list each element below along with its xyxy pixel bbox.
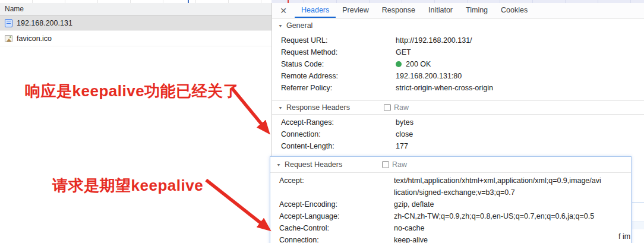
request-headers-overlay: ▼ Request Headers Raw Accept: text/html,… — [270, 156, 632, 243]
header-field-row: Accept-Language: zh-CN,zh-TW;q=0.9,zh;q=… — [270, 210, 631, 222]
field-name: Request URL: — [272, 34, 396, 46]
field-name: Accept-Encoding: — [270, 198, 394, 210]
annotation-request-expects-keepalive: 请求是期望keepalive — [52, 175, 203, 196]
disclosure-triangle-icon: ▼ — [276, 162, 281, 167]
header-field-row: Connection: close — [272, 128, 644, 140]
raw-toggle: Raw — [384, 103, 409, 112]
field-value: gzip, deflate — [394, 198, 631, 210]
header-field-row: Accept: text/html,application/xhtml+xml,… — [270, 175, 631, 198]
field-value: text/html,application/xhtml+xml,applicat… — [394, 175, 631, 198]
status-code-text: 200 OK — [406, 60, 431, 68]
field-value-line: lication/signed-exchange;v=b3;q=0.7 — [394, 187, 631, 198]
field-name: Accept: — [270, 175, 394, 198]
header-field-row: Content-Length: 177 — [272, 140, 644, 152]
raw-checkbox[interactable] — [384, 104, 391, 111]
request-name: favicon.ico — [17, 34, 52, 43]
raw-label: Raw — [392, 160, 407, 169]
header-field-row: Remote Address: 192.168.200.131:80 — [272, 70, 644, 82]
field-value: close — [396, 128, 644, 140]
field-name: Connection: — [272, 128, 396, 140]
header-field-row: Connection: keep-alive — [270, 234, 631, 243]
clipped-text-fragment: f im — [618, 232, 630, 241]
tab-headers[interactable]: Headers — [295, 3, 336, 18]
field-name: Request Method: — [272, 46, 396, 58]
field-value: no-cache — [394, 222, 631, 234]
field-name: Status Code: — [272, 58, 396, 70]
field-value: zh-CN,zh-TW;q=0.9,zh;q=0.8,en-US;q=0.7,e… — [394, 210, 631, 222]
general-fields: Request URL: http://192.168.200.131/ Req… — [272, 33, 644, 94]
field-value: keep-alive — [394, 234, 631, 243]
tab-response[interactable]: Response — [375, 3, 422, 18]
section-title: Response Headers — [286, 103, 350, 112]
field-value-line: text/html,application/xhtml+xml,applicat… — [394, 175, 631, 187]
disclosure-triangle-icon: ▼ — [278, 23, 283, 28]
request-header-fields: Accept: text/html,application/xhtml+xml,… — [270, 173, 631, 243]
section-header-request-headers[interactable]: ▼ Request Headers Raw — [270, 157, 631, 173]
request-row[interactable]: favicon.ico — [0, 31, 272, 46]
header-field-row: Request Method: GET — [272, 46, 644, 58]
status-ok-dot-icon — [396, 61, 402, 67]
header-field-row: Status Code: 200 OK — [272, 58, 644, 70]
tab-preview[interactable]: Preview — [336, 3, 375, 18]
annotation-response-keepalive-off: 响应是keepalive功能已经关了 — [25, 81, 239, 102]
close-icon[interactable]: ✕ — [272, 3, 295, 18]
field-name: Remote Address: — [272, 70, 396, 82]
field-value: 200 OK — [396, 58, 644, 70]
column-header-name[interactable]: Name — [0, 3, 272, 15]
tab-initiator[interactable]: Initiator — [422, 3, 459, 18]
raw-checkbox[interactable] — [382, 161, 389, 168]
section-title: General — [286, 21, 312, 30]
details-tabbar: ✕ Headers Preview Response Initiator Tim… — [272, 3, 644, 18]
requests-list-panel: Name 192.168.200.131 favicon.ico — [0, 3, 272, 243]
field-name: Connection: — [270, 234, 394, 243]
field-value: 192.168.200.131:80 — [396, 70, 644, 82]
response-header-fields: Accept-Ranges: bytes Connection: close C… — [272, 115, 644, 152]
background-pane-band — [632, 222, 644, 229]
field-name: Cache-Control: — [270, 222, 394, 234]
raw-label: Raw — [394, 103, 409, 112]
field-name: Referrer Policy: — [272, 82, 396, 94]
field-name: Accept-Language: — [270, 210, 394, 222]
document-icon — [5, 19, 12, 27]
image-icon — [5, 35, 12, 42]
section-header-general[interactable]: ▼ General — [272, 18, 644, 33]
section-header-response-headers[interactable]: ▼ Response Headers Raw — [272, 100, 644, 115]
field-value: GET — [396, 46, 644, 58]
request-name: 192.168.200.131 — [17, 19, 72, 27]
header-field-row: Accept-Ranges: bytes — [272, 116, 644, 128]
raw-toggle: Raw — [382, 160, 407, 169]
field-value: http://192.168.200.131/ — [396, 34, 644, 46]
field-name: Accept-Ranges: — [272, 116, 396, 128]
field-name: Content-Length: — [272, 140, 396, 152]
request-row[interactable]: 192.168.200.131 — [0, 15, 272, 31]
field-value: bytes — [396, 116, 644, 128]
field-value: 177 — [396, 140, 644, 152]
background-pane-divider — [632, 202, 644, 203]
header-field-row: Request URL: http://192.168.200.131/ — [272, 34, 644, 46]
devtools-network-panel: Name 192.168.200.131 favicon.ico ✕ Heade… — [0, 0, 644, 243]
header-field-row: Referrer Policy: strict-origin-when-cros… — [272, 82, 644, 94]
tab-timing[interactable]: Timing — [459, 3, 494, 18]
section-title: Request Headers — [285, 160, 342, 169]
header-field-row: Accept-Encoding: gzip, deflate — [270, 198, 631, 210]
header-field-row: Cache-Control: no-cache — [270, 222, 631, 234]
field-value: strict-origin-when-cross-origin — [396, 82, 644, 94]
tab-cookies[interactable]: Cookies — [494, 3, 534, 18]
disclosure-triangle-icon: ▼ — [278, 105, 283, 110]
